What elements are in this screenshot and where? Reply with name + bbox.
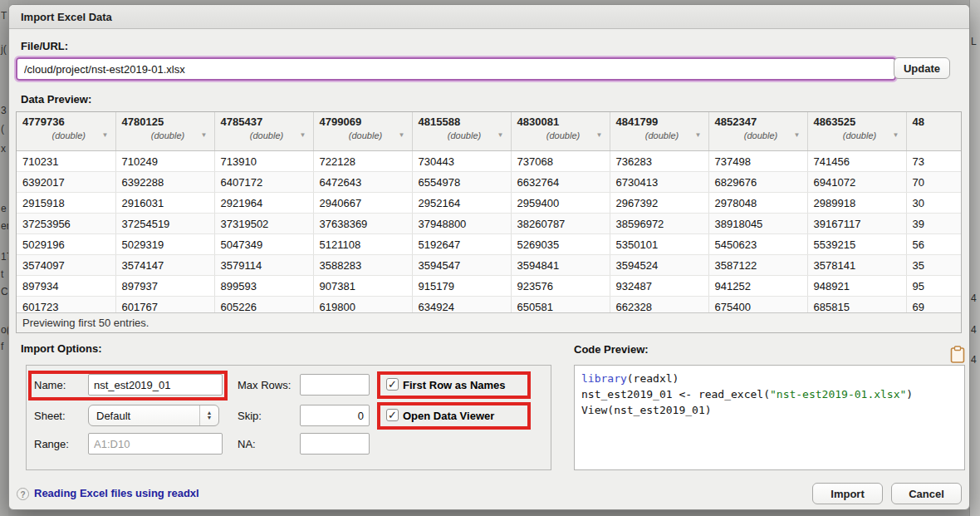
skip-input[interactable] (300, 405, 370, 426)
file-url-input[interactable] (16, 57, 896, 81)
column-header[interactable]: 4863525(double)▼ (807, 112, 906, 151)
table-cell: 6730413 (610, 172, 708, 193)
table-cell: 2921964 (214, 193, 313, 214)
background-fragment: e (1, 203, 7, 214)
table-cell: 2940667 (313, 193, 412, 214)
table-row: 2915918291603129219642940667295216429594… (17, 193, 962, 214)
table-cell: 741456 (807, 151, 906, 172)
file-url-label: File/URL: (21, 40, 68, 52)
column-header[interactable]: 48 (906, 112, 962, 151)
name-input[interactable] (88, 374, 223, 396)
table-cell: 737068 (511, 151, 610, 172)
code-line: library(readxl) (581, 371, 958, 386)
table-cell: 38260787 (511, 214, 610, 234)
table-cell: 710231 (17, 151, 115, 172)
table-cell: 6829676 (708, 172, 807, 193)
column-header[interactable]: 4852347(double)▼ (708, 112, 807, 151)
table-cell: 5269035 (511, 234, 610, 255)
dialog-titlebar[interactable]: Import Excel Data (9, 5, 969, 29)
data-preview-label: Data Preview: (21, 93, 91, 106)
table-cell: 3594524 (610, 255, 708, 276)
first-row-as-names-checkbox[interactable]: ✓ (386, 378, 399, 391)
table-cell: 3587122 (708, 255, 807, 276)
table-cell: 5539215 (807, 234, 906, 255)
table-cell: 5047349 (214, 234, 313, 255)
table-cell: 2915918 (17, 193, 115, 214)
background-window-left: Tj(3(xeer17tCo(f (0, 0, 8, 516)
cancel-button[interactable]: Cancel (891, 483, 962, 504)
background-fragment: j( (1, 43, 7, 55)
readxl-help-link[interactable]: Reading Excel files using readxl (34, 487, 199, 499)
table-cell: 2967392 (610, 193, 708, 214)
background-fragment: o( (1, 324, 8, 336)
range-input[interactable] (88, 433, 223, 455)
max-rows-input[interactable] (300, 374, 370, 396)
table-cell: 3588283 (313, 255, 412, 276)
data-preview-table-container[interactable]: 4779736(double)▼4780125(double)▼4785437(… (16, 111, 962, 333)
table-cell: 710249 (115, 151, 214, 172)
table-cell: 6554978 (412, 172, 511, 193)
table-cell: 897937 (115, 276, 214, 297)
table-cell: 5192647 (412, 234, 511, 255)
table-row: 3725395637254519373195023763836937948800… (17, 214, 962, 234)
column-menu-caret-icon[interactable]: ▼ (300, 131, 306, 139)
help-icon[interactable]: ? (17, 488, 29, 500)
column-menu-caret-icon[interactable]: ▼ (695, 131, 702, 139)
table-cell: 730443 (412, 151, 511, 172)
table-cell: 3594547 (412, 255, 511, 276)
code-preview-label: Code Preview: (574, 343, 649, 356)
sheet-label: Sheet: (34, 410, 66, 422)
table-cell: 5029196 (17, 234, 115, 255)
table-cell: 70 (906, 172, 962, 193)
column-menu-caret-icon[interactable]: ▼ (497, 131, 504, 139)
table-cell: 915179 (412, 276, 511, 297)
background-fragment: f (1, 341, 3, 352)
table-cell: 5450623 (708, 234, 807, 255)
column-menu-caret-icon[interactable]: ▼ (893, 131, 899, 139)
table-cell: 73 (906, 151, 962, 172)
import-options-label: Import Options: (21, 342, 102, 355)
table-cell: 2978048 (708, 193, 807, 214)
column-header[interactable]: 4779736(double)▼ (17, 112, 115, 151)
table-cell: 3574147 (115, 255, 214, 276)
background-fragment: T (1, 10, 7, 22)
copy-to-clipboard-icon[interactable] (950, 346, 965, 363)
background-fragment: 4 (971, 292, 977, 304)
background-fragment: er (1, 220, 8, 232)
preview-footer-text: Previewing first 50 entries. (17, 312, 961, 332)
table-cell: 6392017 (17, 172, 115, 193)
column-menu-caret-icon[interactable]: ▼ (596, 131, 603, 139)
sheet-select[interactable]: Default ▲▼ (88, 405, 219, 426)
column-menu-caret-icon[interactable]: ▼ (102, 131, 109, 139)
column-header[interactable]: 4815588(double)▼ (412, 112, 511, 151)
column-header[interactable]: 4830081(double)▼ (511, 112, 610, 151)
background-fragment: L (971, 36, 977, 47)
dialog-title: Import Excel Data (21, 11, 112, 23)
table-cell: 899593 (214, 276, 313, 297)
code-preview-box[interactable]: library(readxl)nst_est2019_01 <- read_ex… (574, 365, 965, 470)
first-row-as-names-label: First Row as Names (403, 379, 506, 391)
open-data-viewer-checkbox[interactable]: ✓ (386, 409, 399, 421)
import-button[interactable]: Import (812, 483, 883, 504)
na-label: NA: (238, 438, 256, 450)
column-menu-caret-icon[interactable]: ▼ (399, 131, 405, 139)
table-cell: 6472643 (313, 172, 412, 193)
column-header[interactable]: 4785437(double)▼ (214, 112, 313, 151)
table-cell: 3578141 (807, 255, 906, 276)
table-cell: 2916031 (115, 193, 214, 214)
table-row: 8979348979378995939073819151799235769324… (17, 276, 962, 297)
table-cell: 923576 (511, 276, 610, 297)
column-menu-caret-icon[interactable]: ▼ (201, 131, 208, 139)
column-menu-caret-icon[interactable]: ▼ (794, 131, 801, 139)
background-fragment: C (1, 286, 8, 297)
table-cell: 56 (906, 234, 962, 255)
table-cell: 37253956 (17, 214, 115, 234)
background-fragment: 4 (971, 324, 977, 336)
code-line: nst_est2019_01 <- read_excel("nst-est201… (581, 386, 958, 402)
column-header[interactable]: 4799069(double)▼ (313, 112, 412, 151)
column-header[interactable]: 4780125(double)▼ (115, 112, 214, 151)
update-button[interactable]: Update (894, 57, 950, 79)
column-header[interactable]: 4841799(double)▼ (610, 112, 708, 151)
table-cell: 37638369 (313, 214, 412, 234)
na-input[interactable] (300, 433, 370, 455)
